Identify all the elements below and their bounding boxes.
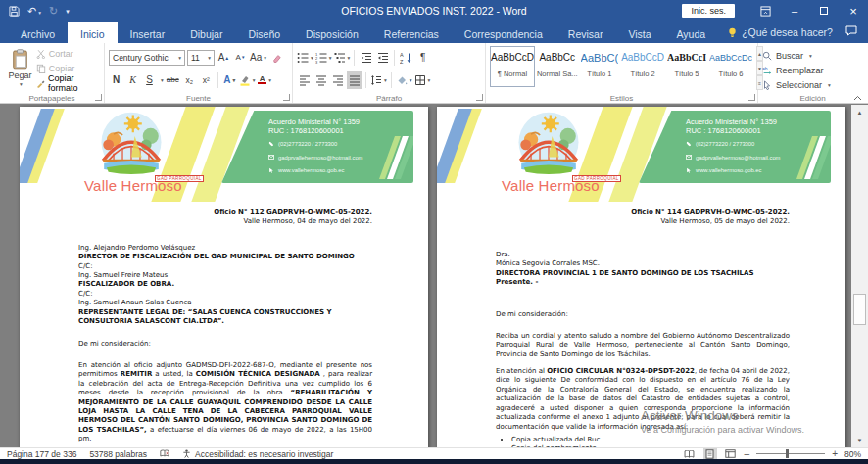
- tab-archivo[interactable]: Archivo: [8, 22, 68, 43]
- bullets-button[interactable]: ▾: [297, 49, 313, 67]
- style-normal[interactable]: AaBbCcD ¶ Normal: [490, 46, 535, 87]
- scroll-up-icon[interactable]: ▲: [851, 105, 868, 119]
- subscript-button[interactable]: x₂: [182, 71, 197, 89]
- style-titulo-6[interactable]: AaBbCcDc Título 6: [708, 46, 753, 87]
- customize-qat-icon[interactable]: ▾: [66, 8, 70, 15]
- text-effects-button[interactable]: A▾: [222, 71, 237, 89]
- zoom-percentage[interactable]: 80%: [844, 449, 861, 459]
- tab-insertar[interactable]: Insertar: [118, 22, 178, 43]
- underline-caret-icon[interactable]: ▾: [161, 77, 164, 83]
- decrease-indent-button[interactable]: [359, 49, 373, 67]
- read-mode-icon[interactable]: [683, 448, 697, 459]
- clear-formatting-button[interactable]: [268, 49, 283, 67]
- page-indicator[interactable]: Página 177 de 336: [7, 449, 76, 459]
- find-button[interactable]: Buscar ▾: [762, 48, 864, 63]
- align-left-button[interactable]: [297, 71, 312, 89]
- tab-inicio[interactable]: Inicio: [68, 22, 118, 43]
- ribbon: Pegar ▾ Cortar Copiar Copiar formato Por…: [0, 43, 868, 104]
- bullets-icon: [297, 52, 309, 64]
- font-size-caret-icon: ▾: [208, 55, 211, 61]
- grow-font-button[interactable]: A▲: [217, 49, 231, 67]
- numbering-icon: 123: [315, 52, 327, 64]
- shading-button[interactable]: ▾: [396, 71, 412, 89]
- clipboard-dialog-launcher[interactable]: [95, 94, 102, 101]
- zoom-out-button[interactable]: –: [745, 448, 750, 459]
- letter-body[interactable]: Oficio N° 114 GADPRVH-O-WMC-05-2022. Val…: [437, 202, 845, 447]
- superscript-button[interactable]: x²: [199, 71, 214, 89]
- show-marks-button[interactable]: ¶: [415, 49, 430, 67]
- zoom-slider-thumb[interactable]: [786, 449, 789, 458]
- save-icon[interactable]: [9, 6, 20, 17]
- paste-button[interactable]: Pegar ▾: [4, 46, 36, 89]
- select-button[interactable]: Seleccionar ▾: [762, 77, 864, 92]
- sort-button[interactable]: AZ: [399, 49, 413, 67]
- multilevel-list-button[interactable]: ▾: [334, 49, 351, 67]
- tab-disposicion[interactable]: Disposición: [293, 22, 371, 43]
- cut-button[interactable]: Cortar: [36, 47, 101, 61]
- shrink-font-button[interactable]: A▼: [233, 49, 248, 67]
- strikethrough-button[interactable]: abc: [166, 71, 180, 89]
- align-center-button[interactable]: [313, 71, 328, 89]
- style-normal-sa[interactable]: AaBbCc Normal Sa...: [536, 46, 579, 87]
- word-count[interactable]: 53788 palabras: [89, 449, 147, 459]
- align-right-button[interactable]: [330, 71, 345, 89]
- accessibility-status[interactable]: Accesibilidad: es necesario investigar: [182, 449, 333, 459]
- brand-subtext: GAD PARROQUIAL: [572, 175, 621, 182]
- justify-button[interactable]: [347, 71, 362, 89]
- redo-icon[interactable]: ↻: [49, 6, 58, 17]
- font-dialog-launcher[interactable]: [283, 94, 290, 101]
- print-layout-icon[interactable]: [703, 448, 717, 459]
- vertical-scrollbar[interactable]: ▲ ▼: [851, 105, 868, 447]
- scrollbar-thumb[interactable]: [853, 294, 866, 325]
- highlight-button[interactable]: ▾: [239, 71, 256, 89]
- italic-button[interactable]: K: [125, 71, 140, 89]
- tell-me-box[interactable]: ¿Qué desea hacer?: [718, 22, 843, 43]
- format-painter-button[interactable]: Copiar formato: [36, 76, 101, 90]
- line-spacing-button[interactable]: ▾: [370, 71, 387, 89]
- style-titulo-1[interactable]: AaBbC( Título 1: [580, 46, 620, 87]
- style-titulo-2[interactable]: AaBbCcD Título 2: [620, 46, 665, 87]
- restore-button[interactable]: [809, 0, 839, 22]
- bold-button[interactable]: N: [109, 71, 123, 89]
- tab-diseno[interactable]: Diseño: [235, 22, 293, 43]
- ruc-text: RUC : 1768120600001: [268, 126, 404, 135]
- document-page-right[interactable]: Acuerdo Ministerial N° 1359 RUC : 176812…: [437, 107, 845, 447]
- cursor-icon: [762, 80, 772, 90]
- tab-ayuda[interactable]: Ayuda: [664, 22, 719, 43]
- replace-button[interactable]: ab Reemplazar: [762, 63, 864, 77]
- minimize-button[interactable]: –: [780, 0, 809, 22]
- change-case-button[interactable]: Aa▾: [250, 49, 266, 67]
- underline-button[interactable]: S: [142, 71, 157, 89]
- tab-referencias[interactable]: Referencias: [371, 22, 452, 43]
- phone-icon: [686, 141, 692, 147]
- zoom-in-button[interactable]: +: [832, 448, 838, 459]
- tab-correspondencia[interactable]: Correspondencia: [452, 22, 555, 43]
- close-button[interactable]: ×: [839, 0, 868, 22]
- tab-vista[interactable]: Vista: [615, 22, 663, 43]
- web-layout-icon[interactable]: [724, 448, 738, 459]
- paragraph-dialog-launcher[interactable]: [476, 94, 483, 101]
- font-size-combo[interactable]: 11 ▾: [187, 50, 215, 66]
- increase-indent-button[interactable]: [375, 49, 390, 67]
- search-icon: [762, 51, 772, 61]
- sign-in-button[interactable]: Inic. ses.: [682, 4, 735, 18]
- ribbon-display-options-icon[interactable]: [750, 0, 780, 22]
- zoom-slider[interactable]: [756, 453, 825, 454]
- font-color-button[interactable]: A ▾: [258, 71, 272, 89]
- styles-dialog-launcher[interactable]: [748, 94, 755, 101]
- style-titulo-5[interactable]: AaBbCcI Título 5: [666, 46, 707, 87]
- proofing-icon[interactable]: [160, 449, 169, 458]
- letter-body[interactable]: Oficio N° 112 GADPRVH-O-WMC-05-2022. Val…: [20, 202, 428, 447]
- tab-dibujar[interactable]: Dibujar: [177, 22, 235, 43]
- feedback-icon[interactable]: [845, 25, 857, 36]
- borders-button[interactable]: ▾: [414, 71, 431, 89]
- scroll-down-icon[interactable]: ▼: [851, 433, 868, 447]
- web-text: www.vallehermoso.gob.ec: [278, 166, 344, 175]
- select-label: Seleccionar: [776, 80, 822, 90]
- collapse-ribbon-icon[interactable]: [853, 95, 862, 101]
- tab-revisar[interactable]: Revisar: [555, 22, 616, 43]
- font-name-combo[interactable]: Century Gothic ▾: [109, 50, 185, 66]
- document-page-left[interactable]: Acuerdo Ministerial N° 1359 RUC : 176812…: [20, 107, 428, 447]
- numbering-button[interactable]: 123▾: [315, 49, 332, 67]
- undo-icon[interactable]: ↶▾: [27, 6, 41, 17]
